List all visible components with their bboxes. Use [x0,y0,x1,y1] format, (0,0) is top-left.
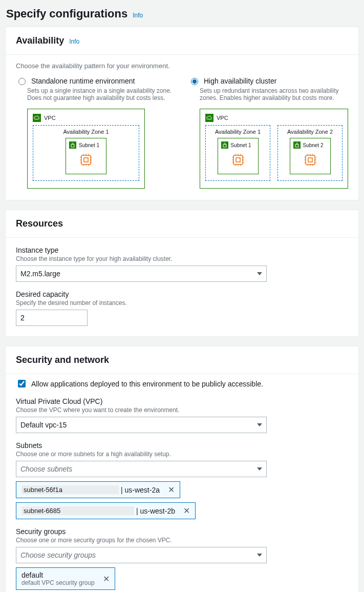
page-info-link[interactable]: Info [133,12,143,19]
instance-type-value: M2.m5.large [20,270,60,278]
subnet-token-id: subnet-6685 [22,506,134,515]
option-standalone-desc: Sets up a single instance in a single av… [27,87,173,101]
subnet1-label: Subnet 1 [79,142,99,148]
public-access-label: Allow applications deployed to this envi… [31,380,263,388]
subnet2-label: Subnet 2 [303,142,324,148]
svg-rect-0 [71,145,74,147]
cloud-icon [33,114,41,122]
vpc-label: VPC [217,115,228,121]
option-ha-title: High availability cluster [204,77,276,85]
sg-label: Security groups [16,527,348,536]
chevron-down-icon [257,272,262,275]
close-icon[interactable]: ✕ [180,506,190,516]
chip-icon [231,153,245,167]
option-ha-desc: Sets up redundant instances across two a… [200,87,348,101]
chevron-down-icon [257,467,262,471]
subnets-select[interactable]: Choose subnets [16,461,267,477]
resources-panel: Resources Instance type Choose the insta… [5,210,359,337]
subnet-token: subnet-56f1a | us-west-2a ✕ [16,481,180,498]
lock-icon [69,141,76,149]
subnet-token-region: | us-west-2b [136,507,175,515]
vpc-select[interactable]: Default vpc-15 [16,417,267,433]
diagram-ha: VPC Availability Zone 1 Subnet 1 [200,109,348,189]
svg-rect-32 [308,158,312,162]
lock-icon [293,141,301,149]
vpc-label: VPC [44,115,56,121]
chip-icon [79,153,93,167]
az1-label: Availability Zone 1 [211,129,265,135]
subnet1-label: Subnet 1 [231,142,251,148]
sg-select[interactable]: Choose security groups [16,547,267,563]
page-title: Specify configurations Info [6,7,358,21]
diagram-standalone: VPC Availability Zone 1 Subnet 1 [27,109,173,189]
availability-info-link[interactable]: Info [69,38,79,45]
security-panel: Security and network Allow applications … [5,346,359,592]
sg-placeholder: Choose security groups [20,551,96,559]
option-ha[interactable]: High availability cluster Sets up redund… [188,77,348,200]
subnet-token-id: subnet-56f1a [22,485,119,494]
resources-title: Resources [16,218,63,229]
page-title-text: Specify configurations [6,7,127,20]
vpc-helper: Choose the VPC where you want to create … [16,406,348,414]
option-standalone-title: Standalone runtime environment [31,77,135,85]
svg-rect-2 [84,158,88,162]
radio-standalone[interactable] [18,78,26,85]
availability-panel: Availability Info Choose the availabilit… [5,27,359,200]
lock-icon [221,141,228,149]
chevron-down-icon [257,554,262,557]
cloud-icon [205,114,213,122]
az2-label: Availability Zone 2 [283,129,337,135]
capacity-label: Desired capacity [16,290,348,298]
svg-rect-1 [81,155,91,165]
option-standalone[interactable]: Standalone runtime environment Sets up a… [16,77,173,200]
subnets-label: Subnets [16,441,348,450]
svg-rect-16 [233,155,243,165]
svg-rect-30 [295,145,298,147]
subnet-token-region: | us-west-2a [121,486,160,494]
availability-title: Availability [16,35,64,46]
public-access-checkbox[interactable] [18,380,26,387]
svg-rect-31 [306,155,315,165]
subnets-helper: Choose one or more subnets for a high av… [16,451,348,458]
radio-ha[interactable] [191,78,198,85]
chip-icon [303,153,317,167]
close-icon[interactable]: ✕ [100,574,110,584]
availability-header: Availability Info [6,27,358,54]
sg-token-name: default [22,571,95,579]
svg-rect-15 [223,145,226,147]
vpc-label: Virtual Private Cloud (VPC) [16,397,348,405]
sg-helper: Choose one or more security groups for t… [16,537,348,544]
az1-label: Availability Zone 1 [38,129,134,135]
capacity-input[interactable] [16,310,88,326]
availability-description: Choose the availability pattern for your… [6,55,358,70]
chevron-down-icon [257,423,262,426]
security-title: Security and network [16,355,109,365]
vpc-value: Default vpc-15 [20,421,67,429]
subnets-placeholder: Choose subnets [20,465,72,473]
close-icon[interactable]: ✕ [165,485,175,495]
svg-rect-17 [236,158,240,162]
sg-token-desc: default VPC security group [22,579,95,586]
instance-type-select[interactable]: M2.m5.large [16,266,267,282]
instance-type-helper: Choose the instance type for your high a… [16,255,348,262]
sg-token: default default VPC security group ✕ [16,567,115,590]
capacity-helper: Specify the desired number of instances. [16,299,348,307]
instance-type-label: Instance type [16,246,348,254]
subnet-token: subnet-6685 | us-west-2b ✕ [16,502,196,519]
